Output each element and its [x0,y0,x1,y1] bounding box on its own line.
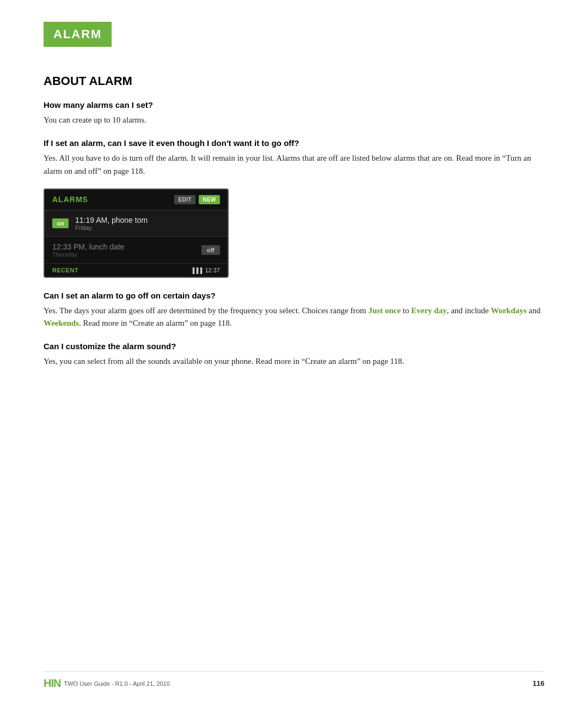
phone-header-buttons: EDIT NEW [174,195,220,204]
alarm-time-on: 11:19 AM, phone tom [75,216,148,224]
phone-footer-time: ▐▐▐ 12:37 [191,267,220,273]
off-badge: off [201,245,220,255]
bold-every-day: Every day [411,306,446,315]
footer-guide-text: TWO User Guide - R1.0 - April 21, 2010 [64,680,169,687]
body-text-3-mid1: to [401,306,411,315]
phone-footer: RECENT ▐▐▐ 12:37 [45,264,228,277]
body-text-3-mid3: and [526,306,540,315]
body-text-2: Yes. All you have to do is turn off the … [44,152,544,178]
alarm-time-off: 12:33 PM, lunch date [52,242,124,251]
on-badge: on [52,218,69,228]
subsection-heading-4: Can I customize the alarm sound? [44,342,544,351]
footer-page-number: 116 [532,679,544,687]
edit-button[interactable]: EDIT [174,195,195,204]
subsection-heading-3: Can I set an alarm to go off on certain … [44,291,544,300]
alarm-day-off: Thursday [52,251,124,258]
hin-logo: HIN [44,677,60,690]
page-footer: HIN TWO User Guide - R1.0 - April 21, 20… [44,671,544,690]
body-text-4: Yes, you can select from all the sounds … [44,355,544,368]
section-title: ABOUT ALARM [44,74,544,88]
phone-mockup: ALARMS EDIT NEW on 11:19 AM, phone tom F… [44,188,229,278]
bold-workdays: Workdays [491,306,526,315]
phone-header: ALARMS EDIT NEW [45,190,228,210]
body-text-3: Yes. The days your alarm goes off are de… [44,305,544,330]
alarm-row-on: on 11:19 AM, phone tom Friday [45,210,228,237]
body-text-3-mid2: , and include [447,306,491,315]
footer-logo-area: HIN TWO User Guide - R1.0 - April 21, 20… [44,677,170,690]
new-button[interactable]: NEW [199,195,220,204]
phone-header-title: ALARMS [52,195,88,204]
body-text-3-before: Yes. The days your alarm goes off are de… [44,306,368,315]
alarm-badge-text: ALARM [53,27,102,41]
phone-time-value: 12:37 [205,267,220,273]
body-text-3-after: . Read more in “Create an alarm” on page… [79,319,232,327]
phone-footer-recent: RECENT [52,267,78,273]
signal-icon: ▐▐▐ [191,267,202,273]
alarm-row-off: 12:33 PM, lunch date Thursday off [45,237,228,264]
subsection-heading-1: How many alarms can I set? [44,100,544,109]
body-text-2-content: Yes. All you have to do is turn off the … [44,154,531,175]
subsection-heading-2: If I set an alarm, can I save it even th… [44,138,544,148]
alarm-day-on: Friday [75,224,148,231]
alarm-badge: ALARM [44,22,112,47]
alarm-info-on: 11:19 AM, phone tom Friday [75,216,148,231]
bold-weekends: Weekends [44,319,79,327]
body-text-1: You can create up to 10 alarms. [44,114,544,126]
alarm-info-off: 12:33 PM, lunch date Thursday [52,242,124,258]
bold-just-once: Just once [368,306,401,315]
